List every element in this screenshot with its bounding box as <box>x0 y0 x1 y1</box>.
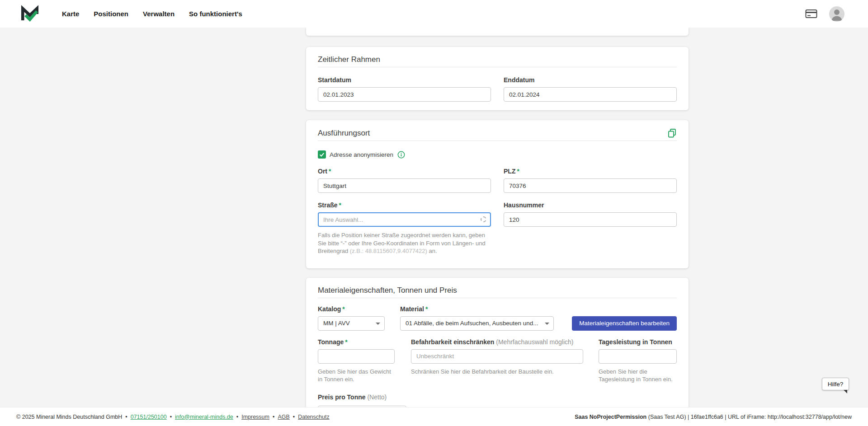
card-ausfuehrungsort: Ausführungsort Adresse anonymisieren <box>306 120 689 268</box>
copyright-text: © 2025 Mineral Minds Deutschland GmbH <box>16 414 122 420</box>
chevron-down-icon <box>376 323 380 325</box>
phone-link[interactable]: 07151/250100 <box>131 414 167 420</box>
field-ort: Ort* <box>318 168 491 193</box>
required-marker: * <box>329 168 331 175</box>
hausnummer-label: Hausnummer <box>504 201 677 209</box>
help-button[interactable]: Hilfe? <box>822 378 849 390</box>
field-startdatum: Startdatum <box>318 76 491 102</box>
tonnage-helper-text: Geben Sie hier das Gewicht in Tonnen ein… <box>318 368 395 383</box>
startdatum-input[interactable] <box>318 87 491 102</box>
card-partial-top <box>306 28 689 36</box>
footer: © 2025 Mineral Minds Deutschland GmbH • … <box>0 407 868 426</box>
help-bubble-tail-icon <box>844 390 847 393</box>
field-plz: PLZ* <box>504 168 677 193</box>
katalog-select[interactable]: MM | AVV <box>318 316 385 331</box>
tonnage-input[interactable] <box>318 349 395 364</box>
card-icon[interactable] <box>805 9 817 19</box>
materialeigenschaften-bearbeiten-button[interactable]: Materialeigenschaften bearbeiten <box>572 316 677 331</box>
strasse-input[interactable] <box>318 212 491 227</box>
strasse-helper-text: Falls die Position keiner Straße zugeord… <box>318 231 489 255</box>
field-tagesleistung: Tagesleistung in Tonnen Geben Sie hier d… <box>599 338 677 383</box>
navbar-right <box>805 6 844 22</box>
user-avatar-icon <box>829 6 844 22</box>
befahrbarkeit-helper-text: Schränken Sie hier die Befahrbarkeit der… <box>411 368 583 375</box>
saas-permission-text: Saas NoProjectPermission <box>575 414 646 420</box>
required-marker: * <box>425 305 428 313</box>
material-label: Material* <box>400 305 554 313</box>
agb-link[interactable]: AGB <box>278 414 289 420</box>
plz-input[interactable] <box>504 178 677 193</box>
separator: • <box>273 414 274 420</box>
divider <box>318 140 677 141</box>
required-marker: * <box>339 201 341 209</box>
card-zeitlicher-rahmen: Zeitlicher Rahmen Startdatum Enddatum <box>306 47 689 110</box>
field-strasse: Straße* Falls die Position keiner Straße… <box>318 201 491 255</box>
nav-item-karte[interactable]: Karte <box>62 10 79 18</box>
tonnage-label: Tonnage* <box>318 338 395 346</box>
field-hausnummer: Hausnummer <box>504 201 677 255</box>
datenschutz-link[interactable]: Datenschutz <box>298 414 329 420</box>
enddatum-input[interactable] <box>504 87 677 102</box>
divider <box>318 298 677 298</box>
material-value: 01 Abfälle, die beim Aufsuchen, Ausbeute… <box>406 320 538 327</box>
tagesleistung-label: Tagesleistung in Tonnen <box>599 338 677 346</box>
plz-label: PLZ* <box>504 168 677 175</box>
anonymize-row: Adresse anonymisieren <box>318 150 677 159</box>
strasse-label: Straße* <box>318 201 491 209</box>
separator: • <box>125 414 127 420</box>
ort-input[interactable] <box>318 178 491 193</box>
field-katalog: Katalog* MM | AVV <box>318 305 385 331</box>
card-materialeigenschaften: Materialeigenschaften, Tonnen und Preis … <box>306 278 689 426</box>
nav-item-positionen[interactable]: Positionen <box>94 10 128 18</box>
required-marker: * <box>342 305 344 313</box>
hausnummer-input[interactable] <box>504 212 677 227</box>
anonymize-label: Adresse anonymisieren <box>330 151 393 158</box>
divider <box>318 67 677 67</box>
tagesleistung-input[interactable] <box>599 349 677 364</box>
copy-icon[interactable] <box>667 128 677 138</box>
chevron-down-icon <box>545 323 549 325</box>
tagesleistung-helper-text: Geben Sie hier die Tagesleistung in Tonn… <box>599 368 677 383</box>
separator: • <box>236 414 238 420</box>
ort-label: Ort* <box>318 168 491 175</box>
card-title-zeitlicher-rahmen: Zeitlicher Rahmen <box>318 55 677 64</box>
card-title-material: Materialeigenschaften, Tonnen und Preis <box>318 286 677 295</box>
startdatum-label: Startdatum <box>318 76 491 84</box>
required-marker: * <box>517 168 519 175</box>
anonymize-checkbox[interactable] <box>318 150 326 159</box>
footer-left: © 2025 Mineral Minds Deutschland GmbH • … <box>16 414 330 420</box>
enddatum-label: Enddatum <box>504 76 677 84</box>
email-link[interactable]: info@mineral-minds.de <box>175 414 233 420</box>
iframe-info-text: (Saas Test AG) | 16fae1ffc6a6 | URL of i… <box>646 414 852 420</box>
info-icon[interactable] <box>397 151 405 159</box>
befahrbarkeit-input[interactable] <box>411 349 583 364</box>
checkmark-icon <box>319 151 325 158</box>
field-befahrbarkeit: Befahrbarkeit einschränken (Mehrfachausw… <box>411 338 583 383</box>
nav-item-so-funktionierts[interactable]: So funktioniert's <box>189 10 242 18</box>
field-material: Material* 01 Abfälle, die beim Aufsuchen… <box>400 305 554 331</box>
mineral-minds-logo[interactable] <box>20 5 39 23</box>
katalog-value: MM | AVV <box>323 320 350 327</box>
user-avatar[interactable] <box>829 6 844 22</box>
help-button-label: Hilfe? <box>828 381 844 388</box>
field-tonnage: Tonnage* Geben Sie hier das Gewicht in T… <box>318 338 395 383</box>
card-title-ausfuehrungsort: Ausführungsort <box>318 129 370 138</box>
required-marker: * <box>345 338 347 346</box>
befahrbarkeit-hint: (Mehrfachauswahl möglich) <box>496 338 573 346</box>
footer-right: Saas NoProjectPermission (Saas Test AG) … <box>575 414 852 420</box>
loading-spinner-icon <box>481 216 486 222</box>
material-select[interactable]: 01 Abfälle, die beim Aufsuchen, Ausbeute… <box>400 316 554 331</box>
separator: • <box>170 414 172 420</box>
separator: • <box>293 414 295 420</box>
preis-label: Preis pro Tonne (Netto) <box>318 393 677 401</box>
preis-hint: (Netto) <box>367 393 387 401</box>
katalog-label: Katalog* <box>318 305 385 313</box>
impressum-link[interactable]: Impressum <box>241 414 269 420</box>
main-nav: Karte Positionen Verwalten So funktionie… <box>62 10 242 18</box>
logo-icon <box>20 5 39 23</box>
form-column: Zeitlicher Rahmen Startdatum Enddatum Au… <box>306 28 689 426</box>
befahrbarkeit-label: Befahrbarkeit einschränken (Mehrfachausw… <box>411 338 583 346</box>
navbar: Karte Positionen Verwalten So funktionie… <box>0 0 868 28</box>
field-enddatum: Enddatum <box>504 76 677 102</box>
nav-item-verwalten[interactable]: Verwalten <box>143 10 175 18</box>
